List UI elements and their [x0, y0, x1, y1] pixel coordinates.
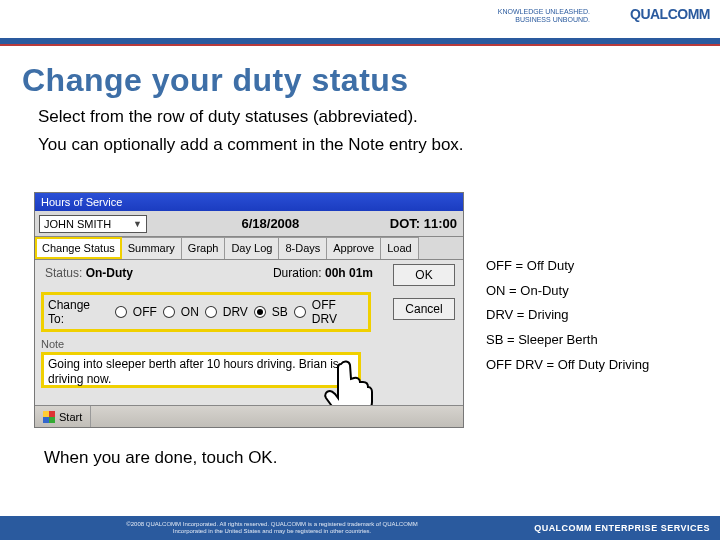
header-tagline: KNOWLEDGE UNLEASHED. BUSINESS UNBOUND. — [498, 8, 590, 23]
tab-row: Change Status Summary Graph Day Log 8-Da… — [35, 237, 463, 260]
legend-item: DRV = Driving — [486, 303, 649, 328]
status-value: On-Duty — [86, 266, 133, 280]
accent-line — [0, 44, 720, 46]
start-label: Start — [59, 411, 82, 423]
radio-sb[interactable] — [254, 306, 266, 318]
cancel-button[interactable]: Cancel — [393, 298, 455, 320]
tab-graph[interactable]: Graph — [181, 237, 226, 259]
legend-item: SB = Sleeper Berth — [486, 328, 649, 353]
option-sb: SB — [272, 305, 288, 319]
dot-clock: DOT: 11:00 — [390, 216, 463, 231]
taskbar: Start — [35, 405, 463, 427]
footer-brand: QUALCOMM ENTERPRISE SERVICES — [534, 523, 710, 533]
option-off-drv: OFF DRV — [312, 298, 364, 326]
start-button[interactable]: Start — [35, 406, 91, 427]
tab-load[interactable]: Load — [380, 237, 418, 259]
tab-day-log[interactable]: Day Log — [224, 237, 279, 259]
status-label: Status: — [45, 266, 82, 280]
option-on: ON — [181, 305, 199, 319]
duration-value: 00h 01m — [325, 266, 373, 280]
radio-on[interactable] — [163, 306, 175, 318]
note-label: Note — [41, 338, 457, 350]
tab-summary[interactable]: Summary — [121, 237, 182, 259]
option-off: OFF — [133, 305, 157, 319]
instruction-line-1: Select from the row of duty statuses (ab… — [38, 107, 720, 127]
change-to-label: Change To: — [48, 298, 109, 326]
duration-block: Duration: 00h 01m — [273, 266, 373, 280]
slide-footer: ©2008 QUALCOMM Incorporated. All rights … — [0, 516, 720, 540]
change-status-panel: Status: On-Duty Duration: 00h 01m OK Can… — [35, 260, 463, 406]
tab-change-status[interactable]: Change Status — [35, 237, 122, 259]
tagline-line-1: KNOWLEDGE UNLEASHED. — [498, 8, 590, 16]
note-input[interactable]: Going into sleeper berth after 10 hours … — [41, 352, 361, 388]
ok-button[interactable]: OK — [393, 264, 455, 286]
app-window: Hours of Service JOHN SMITH ▼ 6/18/2008 … — [34, 192, 464, 428]
change-to-row: Change To: OFF ON DRV SB OFF DRV — [41, 292, 371, 332]
qualcomm-logo: QUALCOMM — [630, 6, 710, 22]
windows-logo-icon — [43, 411, 55, 423]
closing-instruction: When you are done, touch OK. — [44, 448, 277, 468]
window-titlebar: Hours of Service — [35, 193, 463, 211]
driver-name: JOHN SMITH — [44, 218, 111, 230]
legend-item: OFF = Off Duty — [486, 254, 649, 279]
tagline-line-2: BUSINESS UNBOUND. — [498, 16, 590, 24]
legend-item: ON = On-Duty — [486, 279, 649, 304]
tab-approve[interactable]: Approve — [326, 237, 381, 259]
radio-drv[interactable] — [205, 306, 217, 318]
radio-off[interactable] — [115, 306, 127, 318]
legend-item: OFF DRV = Off Duty Driving — [486, 353, 649, 378]
status-block: Status: On-Duty — [45, 266, 133, 280]
header-row: JOHN SMITH ▼ 6/18/2008 DOT: 11:00 — [35, 211, 463, 237]
current-date: 6/18/2008 — [151, 216, 390, 231]
slide-header: KNOWLEDGE UNLEASHED. BUSINESS UNBOUND. Q… — [0, 0, 720, 44]
duration-label: Duration: — [273, 266, 322, 280]
tab-8-days[interactable]: 8-Days — [278, 237, 327, 259]
radio-off-drv[interactable] — [294, 306, 306, 318]
chevron-down-icon: ▼ — [133, 219, 142, 229]
driver-dropdown[interactable]: JOHN SMITH ▼ — [39, 215, 147, 233]
instruction-line-2: You can optionally add a comment in the … — [38, 135, 720, 155]
page-title: Change your duty status — [22, 62, 720, 99]
legend: OFF = Off Duty ON = On-Duty DRV = Drivin… — [486, 254, 649, 377]
copyright-text: ©2008 QUALCOMM Incorporated. All rights … — [122, 521, 422, 534]
option-drv: DRV — [223, 305, 248, 319]
